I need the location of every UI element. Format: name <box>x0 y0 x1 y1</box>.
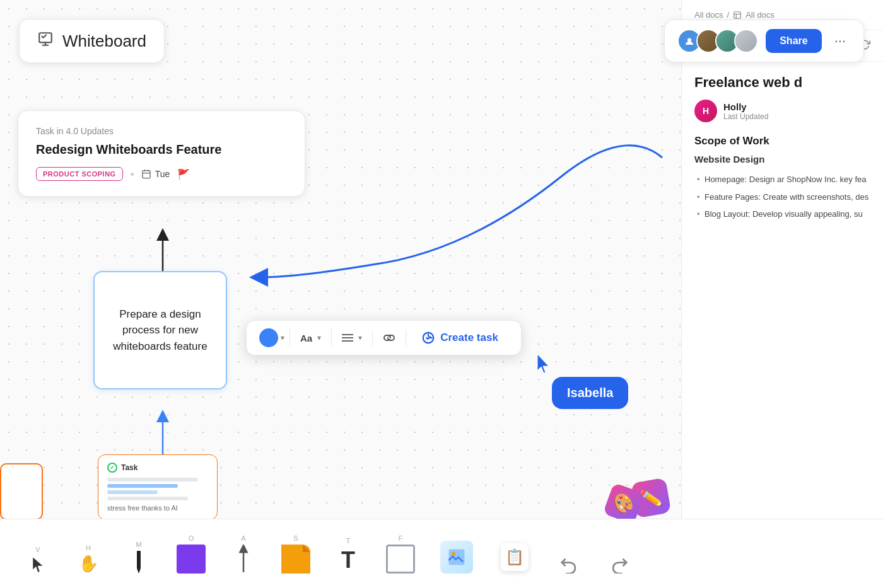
alignment-button[interactable]: ▾ <box>337 330 367 346</box>
task-check-icon: ✓ <box>107 463 117 473</box>
small-orange-card[interactable] <box>0 463 43 520</box>
task-preview-card[interactable]: ✓ Task stress free thanks to AI <box>98 454 218 520</box>
tool-key-s: S <box>293 534 298 542</box>
avatar-4 <box>734 29 758 53</box>
tool-key-m: M <box>136 541 141 548</box>
frame-icon <box>386 545 415 574</box>
color-chevron[interactable]: ▾ <box>281 333 284 342</box>
task-line-blue2 <box>107 490 158 494</box>
right-panel: All docs / All docs Add comment Freelanc… <box>681 0 883 588</box>
purple-shape-icon <box>177 545 206 574</box>
task-card[interactable]: Task in 4.0 Updates Redesign Whiteboards… <box>18 110 305 197</box>
share-button[interactable]: Share <box>766 29 821 53</box>
link-section[interactable] <box>373 330 406 346</box>
hand-icon: ✋ <box>78 554 98 574</box>
header-right: Share ··· <box>664 20 864 62</box>
alignment-section[interactable]: ▾ <box>332 330 373 346</box>
color-picker-section[interactable]: ▾ <box>254 328 290 347</box>
date-text: Tue <box>155 169 170 179</box>
doc-author: H Holly Last Updated <box>694 100 870 122</box>
breadcrumb-separator: / <box>727 10 730 20</box>
task-preview-header: ✓ Task <box>107 463 208 473</box>
last-updated: Last Updated <box>723 112 768 121</box>
tool-key-o: O <box>189 534 194 542</box>
list-item-1: Homepage: Design ar ShopNow Inc. key fea <box>694 171 870 188</box>
isabella-tooltip: Isabella <box>552 377 628 409</box>
font-size-icon: Aa <box>300 333 312 343</box>
tool-key-f: F <box>399 534 403 542</box>
isabella-label: Isabella <box>567 386 613 400</box>
task-card-subtitle: Task in 4.0 Updates <box>36 126 287 136</box>
website-design-subtitle: Website Design <box>694 154 870 164</box>
breadcrumb-all-docs-2[interactable]: All docs <box>746 10 775 20</box>
breadcrumb-all-docs-1[interactable]: All docs <box>694 10 723 20</box>
process-card[interactable]: Prepare a design process for new whitebo… <box>93 271 227 389</box>
svg-rect-2 <box>143 171 150 178</box>
author-name: Holly <box>723 101 768 112</box>
font-size-section[interactable]: Aa ▾ <box>290 329 332 347</box>
avatar-group <box>677 29 758 53</box>
tool-key-a: A <box>241 534 245 542</box>
svg-rect-9 <box>734 11 741 18</box>
tool-shape[interactable]: O <box>164 529 218 579</box>
tool-redo[interactable] <box>594 547 645 579</box>
more-options-button[interactable]: ··· <box>829 30 851 52</box>
meta-separator <box>131 173 134 176</box>
svg-point-15 <box>452 551 455 555</box>
flag-icon: 🚩 <box>177 168 190 180</box>
tool-arrow[interactable]: A <box>218 529 269 579</box>
task-date: Tue <box>141 169 170 179</box>
tool-hand[interactable]: H ✋ <box>63 539 114 579</box>
undo-icon <box>559 555 578 574</box>
task-preview-label: Task <box>121 463 137 472</box>
align-chevron: ▾ <box>358 333 362 342</box>
tool-sticky[interactable]: S <box>269 529 323 579</box>
whiteboard-title-card[interactable]: Whiteboard <box>19 19 165 63</box>
list-item-2: Feature Pages: Create with screenshots, … <box>694 188 870 206</box>
scope-of-work-title: Scope of Work <box>694 135 870 147</box>
font-chevron: ▾ <box>317 333 321 342</box>
process-card-text: Prepare a design process for new whitebo… <box>105 306 216 355</box>
redo-icon <box>610 555 629 574</box>
sticky-icon <box>281 545 310 574</box>
create-task-section[interactable]: Create task <box>406 326 513 350</box>
svg-rect-11 <box>137 551 141 568</box>
author-avatar: H <box>694 100 717 122</box>
task-line-1 <box>107 478 198 481</box>
task-line-blue <box>107 484 178 488</box>
tool-cursor[interactable]: V <box>13 541 63 579</box>
task-line-3 <box>107 497 188 500</box>
tool-sticker[interactable]: 📋 <box>486 533 544 579</box>
whiteboard-title: Whiteboard <box>62 32 146 51</box>
color-circle[interactable] <box>259 328 278 347</box>
tool-key-t: T <box>346 537 351 545</box>
sticker-icon: 📋 <box>498 541 531 574</box>
create-task-button[interactable]: Create task <box>411 326 508 350</box>
link-button[interactable] <box>378 330 401 346</box>
text-t-icon: T <box>341 547 355 574</box>
tool-text[interactable]: T T <box>323 532 373 579</box>
cursor-near-toolbar <box>535 353 553 379</box>
toolbar-items: V H ✋ M O A <box>13 529 870 579</box>
product-scoping-tag: PRODUCT SCOPING <box>36 167 123 181</box>
svg-marker-12 <box>137 568 141 574</box>
format-toolbar: ▾ Aa ▾ ▾ <box>246 320 522 355</box>
panel-content: Freelance web d H Holly Last Updated Sco… <box>682 62 883 580</box>
font-size-button[interactable]: Aa ▾ <box>295 329 326 347</box>
tool-key-h: H <box>86 544 91 551</box>
tool-key-v: V <box>35 546 40 553</box>
list-item-3: Blog Layout: Develop visually appealing,… <box>694 205 870 223</box>
task-card-title: Redesign Whiteboards Feature <box>36 142 287 157</box>
header-bar: Whiteboard Share ··· <box>19 19 864 63</box>
tool-undo[interactable] <box>544 547 594 579</box>
task-lines <box>107 478 208 500</box>
tool-frame[interactable]: F <box>373 529 428 579</box>
tool-marker[interactable]: M <box>114 536 164 579</box>
whiteboard-icon <box>37 31 54 51</box>
image-icon <box>440 541 473 574</box>
svg-rect-0 <box>39 33 52 42</box>
doc-title: Freelance web d <box>694 74 870 91</box>
tool-image[interactable] <box>428 533 486 579</box>
task-card-meta: PRODUCT SCOPING Tue 🚩 <box>36 167 287 181</box>
task-preview-bottom: stress free thanks to AI <box>107 504 208 512</box>
